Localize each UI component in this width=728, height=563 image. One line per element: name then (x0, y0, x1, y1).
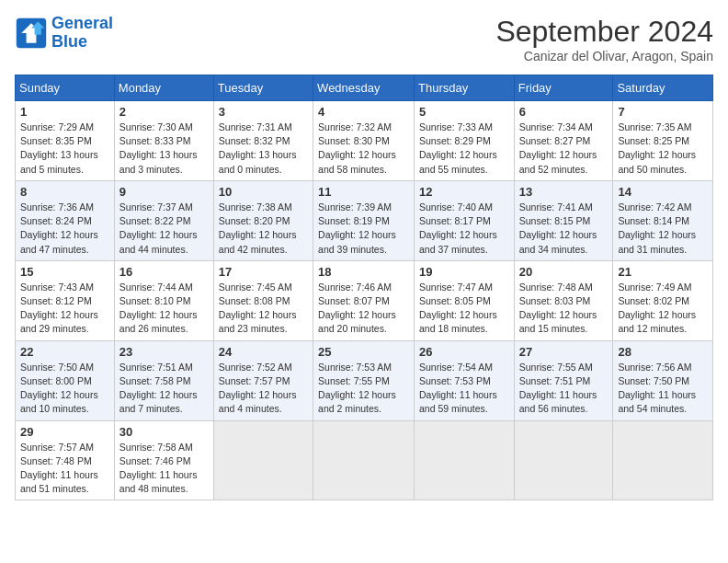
col-friday: Friday (514, 75, 613, 101)
day-number: 18 (318, 265, 409, 279)
day-info: Sunrise: 7:46 AM Sunset: 8:07 PM Dayligh… (318, 281, 409, 337)
calendar-cell (514, 420, 613, 500)
calendar-cell: 4 Sunrise: 7:32 AM Sunset: 8:30 PM Dayli… (313, 101, 415, 181)
calendar-table: Sunday Monday Tuesday Wednesday Thursday… (15, 75, 713, 500)
calendar-cell: 16 Sunrise: 7:44 AM Sunset: 8:10 PM Dayl… (114, 260, 213, 340)
calendar-cell: 26 Sunrise: 7:54 AM Sunset: 7:53 PM Dayl… (415, 340, 515, 420)
calendar-cell: 28 Sunrise: 7:56 AM Sunset: 7:50 PM Dayl… (613, 340, 713, 420)
calendar-cell: 29 Sunrise: 7:57 AM Sunset: 7:48 PM Dayl… (16, 420, 115, 500)
day-info: Sunrise: 7:45 AM Sunset: 8:08 PM Dayligh… (219, 281, 308, 337)
calendar-cell: 7 Sunrise: 7:35 AM Sunset: 8:25 PM Dayli… (613, 101, 713, 181)
logo: General Blue (15, 15, 113, 52)
day-number: 16 (119, 265, 209, 279)
col-tuesday: Tuesday (213, 75, 313, 101)
location: Canizar del Olivar, Aragon, Spain (495, 49, 713, 63)
day-info: Sunrise: 7:51 AM Sunset: 7:58 PM Dayligh… (119, 361, 209, 417)
day-number: 4 (318, 105, 409, 119)
day-info: Sunrise: 7:29 AM Sunset: 8:35 PM Dayligh… (20, 121, 109, 177)
day-number: 1 (20, 105, 109, 119)
calendar-cell: 11 Sunrise: 7:39 AM Sunset: 8:19 PM Dayl… (313, 180, 415, 260)
day-info: Sunrise: 7:49 AM Sunset: 8:02 PM Dayligh… (618, 281, 708, 337)
day-number: 14 (618, 185, 708, 199)
calendar-cell: 8 Sunrise: 7:36 AM Sunset: 8:24 PM Dayli… (16, 180, 115, 260)
calendar-cell: 18 Sunrise: 7:46 AM Sunset: 8:07 PM Dayl… (313, 260, 415, 340)
day-number: 27 (519, 345, 609, 359)
col-monday: Monday (114, 75, 213, 101)
day-info: Sunrise: 7:57 AM Sunset: 7:48 PM Dayligh… (20, 441, 109, 497)
day-number: 10 (219, 185, 308, 199)
calendar-cell: 14 Sunrise: 7:42 AM Sunset: 8:14 PM Dayl… (613, 180, 713, 260)
logo-general: General (51, 14, 113, 32)
col-wednesday: Wednesday (313, 75, 415, 101)
calendar-cell (213, 420, 313, 500)
day-number: 12 (419, 185, 509, 199)
day-info: Sunrise: 7:35 AM Sunset: 8:25 PM Dayligh… (618, 121, 708, 177)
day-number: 8 (20, 185, 109, 199)
day-number: 5 (419, 105, 509, 119)
calendar-cell: 13 Sunrise: 7:41 AM Sunset: 8:15 PM Dayl… (514, 180, 613, 260)
day-number: 21 (618, 265, 708, 279)
day-number: 6 (519, 105, 609, 119)
day-info: Sunrise: 7:44 AM Sunset: 8:10 PM Dayligh… (119, 281, 209, 337)
day-number: 3 (219, 105, 308, 119)
calendar-week-row: 22 Sunrise: 7:50 AM Sunset: 8:00 PM Dayl… (16, 340, 713, 420)
month-title: September 2024 (495, 15, 713, 49)
day-info: Sunrise: 7:53 AM Sunset: 7:55 PM Dayligh… (318, 361, 409, 417)
calendar-cell: 9 Sunrise: 7:37 AM Sunset: 8:22 PM Dayli… (114, 180, 213, 260)
calendar-cell: 30 Sunrise: 7:58 AM Sunset: 7:46 PM Dayl… (114, 420, 213, 500)
logo-text: General Blue (51, 15, 113, 52)
day-info: Sunrise: 7:47 AM Sunset: 8:05 PM Dayligh… (419, 281, 509, 337)
day-number: 22 (20, 345, 109, 359)
calendar-cell (613, 420, 713, 500)
day-number: 15 (20, 265, 109, 279)
calendar-cell: 5 Sunrise: 7:33 AM Sunset: 8:29 PM Dayli… (415, 101, 515, 181)
calendar-cell: 15 Sunrise: 7:43 AM Sunset: 8:12 PM Dayl… (16, 260, 115, 340)
calendar-week-row: 8 Sunrise: 7:36 AM Sunset: 8:24 PM Dayli… (16, 180, 713, 260)
day-number: 17 (219, 265, 308, 279)
day-info: Sunrise: 7:43 AM Sunset: 8:12 PM Dayligh… (20, 281, 109, 337)
calendar-cell: 6 Sunrise: 7:34 AM Sunset: 8:27 PM Dayli… (514, 101, 613, 181)
day-info: Sunrise: 7:50 AM Sunset: 8:00 PM Dayligh… (20, 361, 109, 417)
day-info: Sunrise: 7:52 AM Sunset: 7:57 PM Dayligh… (219, 361, 308, 417)
day-info: Sunrise: 7:40 AM Sunset: 8:17 PM Dayligh… (419, 201, 509, 257)
calendar-cell: 12 Sunrise: 7:40 AM Sunset: 8:17 PM Dayl… (415, 180, 515, 260)
calendar-cell: 2 Sunrise: 7:30 AM Sunset: 8:33 PM Dayli… (114, 101, 213, 181)
day-info: Sunrise: 7:39 AM Sunset: 8:19 PM Dayligh… (318, 201, 409, 257)
day-info: Sunrise: 7:41 AM Sunset: 8:15 PM Dayligh… (519, 201, 609, 257)
day-info: Sunrise: 7:31 AM Sunset: 8:32 PM Dayligh… (219, 121, 308, 177)
calendar-cell: 20 Sunrise: 7:48 AM Sunset: 8:03 PM Dayl… (514, 260, 613, 340)
day-info: Sunrise: 7:30 AM Sunset: 8:33 PM Dayligh… (119, 121, 209, 177)
day-number: 25 (318, 345, 409, 359)
col-thursday: Thursday (415, 75, 515, 101)
day-info: Sunrise: 7:33 AM Sunset: 8:29 PM Dayligh… (419, 121, 509, 177)
day-number: 28 (618, 345, 708, 359)
day-number: 11 (318, 185, 409, 199)
calendar-cell: 21 Sunrise: 7:49 AM Sunset: 8:02 PM Dayl… (613, 260, 713, 340)
day-number: 29 (20, 425, 109, 439)
day-number: 20 (519, 265, 609, 279)
header-row: Sunday Monday Tuesday Wednesday Thursday… (16, 75, 713, 101)
col-sunday: Sunday (16, 75, 115, 101)
day-number: 2 (119, 105, 209, 119)
day-info: Sunrise: 7:48 AM Sunset: 8:03 PM Dayligh… (519, 281, 609, 337)
calendar-cell: 22 Sunrise: 7:50 AM Sunset: 8:00 PM Dayl… (16, 340, 115, 420)
title-block: September 2024 Canizar del Olivar, Arago… (495, 15, 713, 63)
day-info: Sunrise: 7:55 AM Sunset: 7:51 PM Dayligh… (519, 361, 609, 417)
calendar-cell: 19 Sunrise: 7:47 AM Sunset: 8:05 PM Dayl… (415, 260, 515, 340)
calendar-cell: 25 Sunrise: 7:53 AM Sunset: 7:55 PM Dayl… (313, 340, 415, 420)
day-info: Sunrise: 7:34 AM Sunset: 8:27 PM Dayligh… (519, 121, 609, 177)
day-number: 19 (419, 265, 509, 279)
calendar-cell (313, 420, 415, 500)
calendar-cell: 1 Sunrise: 7:29 AM Sunset: 8:35 PM Dayli… (16, 101, 115, 181)
day-number: 7 (618, 105, 708, 119)
day-info: Sunrise: 7:36 AM Sunset: 8:24 PM Dayligh… (20, 201, 109, 257)
calendar-cell: 3 Sunrise: 7:31 AM Sunset: 8:32 PM Dayli… (213, 101, 313, 181)
day-info: Sunrise: 7:37 AM Sunset: 8:22 PM Dayligh… (119, 201, 209, 257)
calendar-week-row: 1 Sunrise: 7:29 AM Sunset: 8:35 PM Dayli… (16, 101, 713, 181)
day-info: Sunrise: 7:38 AM Sunset: 8:20 PM Dayligh… (219, 201, 308, 257)
calendar-week-row: 15 Sunrise: 7:43 AM Sunset: 8:12 PM Dayl… (16, 260, 713, 340)
calendar-cell: 17 Sunrise: 7:45 AM Sunset: 8:08 PM Dayl… (213, 260, 313, 340)
day-number: 26 (419, 345, 509, 359)
logo-blue: Blue (51, 32, 87, 51)
day-number: 13 (519, 185, 609, 199)
